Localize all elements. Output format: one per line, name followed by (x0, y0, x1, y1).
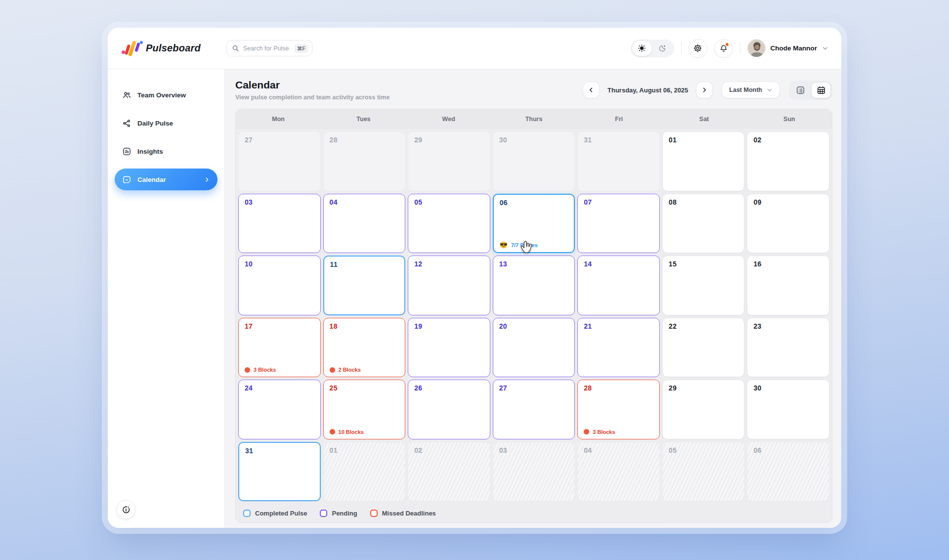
range-select[interactable]: Last Month (722, 82, 780, 98)
day-number: 06 (500, 199, 568, 207)
sunglasses-emoji-icon: 😎 (500, 242, 508, 248)
cell-status-text: 10 Blocks (339, 429, 364, 435)
user-name: Chode Mannor (771, 44, 818, 52)
divider (681, 42, 682, 55)
calendar-cell-18[interactable]: 182 Blocks (323, 318, 406, 378)
calendar-cell-05[interactable]: 05 (408, 194, 490, 254)
calendar-cell-01[interactable]: 01 (662, 131, 745, 191)
pulse-icon (122, 119, 131, 128)
brand: Pulseboard (108, 39, 225, 58)
calendar-cell-11[interactable]: 11 (323, 256, 406, 315)
sidebar-item-team-overview[interactable]: Team Overview (115, 84, 217, 106)
day-number: 27 (499, 384, 569, 392)
day-number: 29 (669, 384, 738, 392)
calendar-cell-06[interactable]: 06😎7/7 Pulses (493, 194, 575, 254)
day-number: 27 (245, 136, 314, 144)
calendar-cell-30[interactable]: 30 (747, 380, 829, 439)
cell-status-badge: 3 Blocks (584, 429, 653, 435)
legend-label: Pending (332, 510, 357, 517)
app-window: Pulseboard Search for Pulse ⌘F (108, 28, 841, 528)
previous-day-button[interactable] (583, 82, 600, 98)
users-icon (122, 90, 131, 100)
calendar-cell-02[interactable]: 02 (747, 131, 829, 191)
calendar-cell-28[interactable]: 283 Blocks (577, 380, 660, 439)
day-number: 28 (584, 384, 653, 392)
top-bar: Pulseboard Search for Pulse ⌘F (108, 28, 841, 69)
day-number: 03 (499, 446, 569, 454)
day-number: 09 (753, 198, 823, 206)
calendar-cell-23[interactable]: 23 (747, 318, 829, 378)
calendar-cell-24[interactable]: 24 (238, 380, 321, 439)
sidebar-item-calendar[interactable]: Calendar (115, 169, 217, 190)
calendar-cell-29[interactable]: 29 (662, 380, 745, 439)
calendar-cell-14[interactable]: 14 (577, 256, 660, 315)
calendar-cell-03[interactable]: 03 (238, 194, 321, 254)
day-number: 02 (753, 136, 823, 144)
search-input[interactable]: Search for Pulse ⌘F (226, 40, 312, 56)
calendar-toolbar: Thursday, August 06, 2025 Last Month (583, 81, 832, 100)
calendar-cell-13[interactable]: 13 (493, 256, 575, 315)
notifications-button[interactable] (714, 39, 733, 58)
cell-status-badge: 3 Blocks (245, 367, 314, 373)
sun-icon (638, 44, 646, 52)
missed-dot-icon (245, 367, 250, 373)
calendar-cell-04[interactable]: 04 (323, 194, 406, 254)
info-icon (121, 505, 131, 515)
day-number: 30 (499, 136, 569, 144)
missed-dot-icon (584, 429, 589, 434)
calendar-cell-02: 02 (408, 442, 490, 502)
calendar-cell-09[interactable]: 09 (747, 194, 829, 254)
calendar-cell-17[interactable]: 173 Blocks (238, 318, 321, 378)
list-view-button[interactable] (790, 82, 810, 98)
cell-status-text: 3 Blocks (593, 429, 615, 435)
calendar-cell-10[interactable]: 10 (238, 256, 321, 315)
day-number: 31 (245, 447, 314, 455)
sidebar-item-insights[interactable]: Insights (115, 140, 217, 162)
sidebar-item-label: Team Overview (137, 91, 186, 99)
calendar-cell-31[interactable]: 31 (238, 442, 321, 502)
theme-toggle[interactable] (631, 40, 674, 57)
calendar-cell-15[interactable]: 15 (662, 256, 745, 315)
grid-view-button[interactable] (811, 82, 831, 98)
day-number: 12 (414, 260, 484, 268)
calendar-cell-04: 04 (577, 442, 660, 502)
day-number: 31 (584, 136, 653, 144)
calendar-cell-27[interactable]: 27 (493, 380, 575, 439)
calendar-cell-08[interactable]: 08 (662, 194, 745, 254)
calendar-cell-07[interactable]: 07 (577, 194, 660, 254)
calendar-cell-28: 28 (323, 131, 406, 191)
weekday-header: Wed (406, 116, 491, 123)
user-menu[interactable]: Chode Mannor (747, 39, 829, 57)
chevron-right-icon (204, 176, 210, 183)
day-number: 23 (753, 322, 823, 330)
cell-status-text: 2 Blocks (339, 367, 361, 373)
legend-swatch-icon (320, 510, 327, 517)
moon-icon (658, 44, 667, 52)
calendar-cell-12[interactable]: 12 (408, 256, 490, 315)
legend-swatch-icon (243, 510, 251, 517)
cell-status-text: 7/7 Pulses (511, 242, 538, 248)
next-day-button[interactable] (696, 82, 713, 98)
calendar-cell-26[interactable]: 26 (408, 380, 490, 439)
calendar-cell-22[interactable]: 22 (662, 318, 745, 378)
sidebar-item-daily-pulse[interactable]: Daily Pulse (115, 112, 217, 134)
light-mode-button[interactable] (632, 41, 652, 56)
settings-button[interactable] (689, 39, 707, 58)
dark-mode-button[interactable] (653, 41, 673, 56)
info-button[interactable] (117, 500, 135, 519)
calendar-cell-21[interactable]: 21 (577, 318, 660, 378)
day-number: 29 (414, 136, 484, 144)
calendar-grid: 2728293031010203040506😎7/7 Pulses0708091… (236, 129, 832, 504)
sidebar-nav: Team OverviewDaily PulseInsightsCalendar (115, 84, 217, 190)
day-number: 26 (414, 384, 484, 392)
day-number: 02 (414, 446, 484, 454)
calendar-cell-16[interactable]: 16 (747, 256, 829, 315)
search-placeholder: Search for Pulse (243, 45, 291, 52)
day-number: 11 (330, 260, 399, 268)
legend-item-pending: Pending (320, 510, 357, 517)
calendar-cell-19[interactable]: 19 (408, 318, 490, 378)
calendar-cell-25[interactable]: 2510 Blocks (323, 380, 406, 439)
legend-swatch-icon (370, 510, 378, 517)
weekday-header: Sat (661, 116, 746, 123)
calendar-cell-20[interactable]: 20 (493, 318, 575, 378)
